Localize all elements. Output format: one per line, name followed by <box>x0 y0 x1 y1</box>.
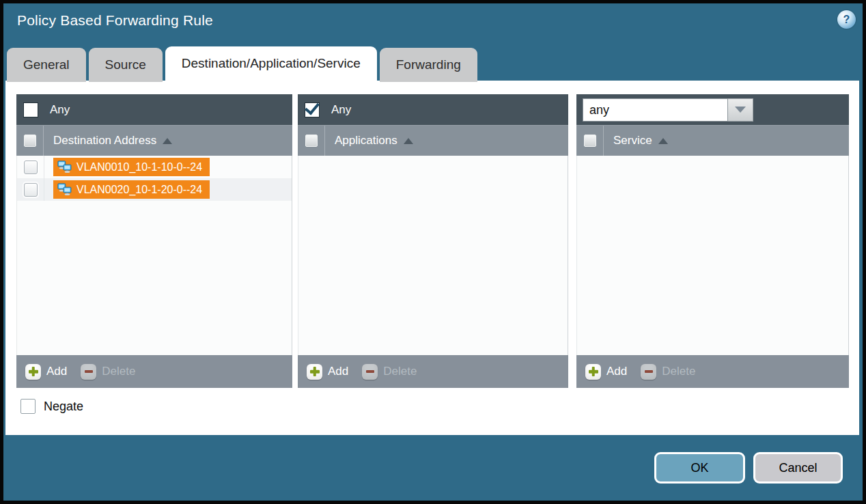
service-actions-bar: Add Delete <box>576 355 849 388</box>
tab-bar: General Source Destination/Application/S… <box>7 46 477 82</box>
applications-header-label[interactable]: Applications <box>335 134 413 148</box>
tab-content-panel: Any Destination Address <box>5 81 859 435</box>
row-checkbox[interactable] <box>24 160 38 174</box>
tab-forwarding[interactable]: Forwarding <box>380 48 477 82</box>
destination-delete-button[interactable]: Delete <box>81 364 135 380</box>
service-delete-button[interactable]: Delete <box>641 364 695 380</box>
service-column: any Service Add <box>576 94 849 388</box>
applications-add-button[interactable]: Add <box>307 364 348 380</box>
applications-select-all-checkbox[interactable] <box>305 135 318 147</box>
chevron-down-icon <box>735 107 746 113</box>
service-dropdown-button[interactable] <box>728 98 753 122</box>
tab-destination-application-service[interactable]: Destination/Application/Service <box>165 46 377 82</box>
delete-icon <box>641 364 656 380</box>
destination-add-button[interactable]: Add <box>25 364 67 380</box>
service-add-button[interactable]: Add <box>585 364 627 380</box>
address-object-label: VLAN0010_10-1-10-0--24 <box>76 161 202 173</box>
destination-any-label: Any <box>50 103 70 117</box>
applications-any-checkbox[interactable] <box>305 102 320 117</box>
address-object-vlan0010[interactable]: VLAN0010_10-1-10-0--24 <box>53 158 210 176</box>
service-dropdown-value[interactable]: any <box>583 98 728 122</box>
add-icon <box>585 364 601 380</box>
tab-general[interactable]: General <box>7 48 86 82</box>
destination-actions-bar: Add Delete <box>16 355 292 388</box>
sort-ascending-icon <box>163 138 172 144</box>
service-select-all-checkbox[interactable] <box>584 135 596 147</box>
applications-delete-button[interactable]: Delete <box>362 364 417 380</box>
destination-address-list: VLAN0010_10-1-10-0--24 <box>16 156 292 355</box>
help-icon[interactable]: ? <box>837 10 856 29</box>
tab-source[interactable]: Source <box>89 48 163 82</box>
service-header-label[interactable]: Service <box>613 134 668 148</box>
destination-header-label[interactable]: Destination Address <box>53 134 172 148</box>
service-dropdown[interactable]: any <box>583 98 753 122</box>
network-address-icon <box>57 160 72 173</box>
destination-column-header: Destination Address <box>16 125 292 156</box>
add-icon <box>25 364 41 380</box>
applications-any-bar: Any <box>298 94 568 125</box>
row-checkbox[interactable] <box>24 183 38 197</box>
destination-address-column: Any Destination Address <box>16 94 292 388</box>
service-column-header: Service <box>576 125 849 156</box>
service-list <box>576 156 849 355</box>
dialog-title: Policy Based Forwarding Rule <box>17 12 213 29</box>
destination-any-checkbox[interactable] <box>23 102 38 117</box>
applications-actions-bar: Add Delete <box>298 355 568 388</box>
policy-based-forwarding-rule-dialog: Policy Based Forwarding Rule ? General S… <box>0 0 866 504</box>
applications-column-header: Applications <box>298 125 568 156</box>
network-address-icon <box>57 183 72 196</box>
delete-icon <box>362 364 378 380</box>
table-row[interactable]: VLAN0010_10-1-10-0--24 <box>17 156 292 178</box>
sort-ascending-icon <box>404 138 413 144</box>
negate-row: Negate <box>20 399 83 414</box>
service-dropdown-bar: any <box>576 94 849 125</box>
negate-checkbox[interactable] <box>20 399 36 414</box>
ok-button[interactable]: OK <box>654 452 745 484</box>
table-row[interactable]: VLAN0020_10-1-20-0--24 <box>17 178 292 201</box>
address-object-label: VLAN0020_10-1-20-0--24 <box>76 184 202 196</box>
applications-list <box>298 156 568 355</box>
applications-any-label: Any <box>331 103 351 117</box>
add-icon <box>307 364 322 380</box>
destination-any-bar: Any <box>16 94 292 125</box>
applications-column: Any Applications Add Delete <box>298 94 568 388</box>
sort-ascending-icon <box>658 138 668 144</box>
negate-label: Negate <box>44 400 83 414</box>
delete-icon <box>81 364 96 380</box>
address-object-vlan0020[interactable]: VLAN0020_10-1-20-0--24 <box>53 180 210 199</box>
destination-select-all-checkbox[interactable] <box>24 135 36 147</box>
cancel-button[interactable]: Cancel <box>753 452 843 484</box>
